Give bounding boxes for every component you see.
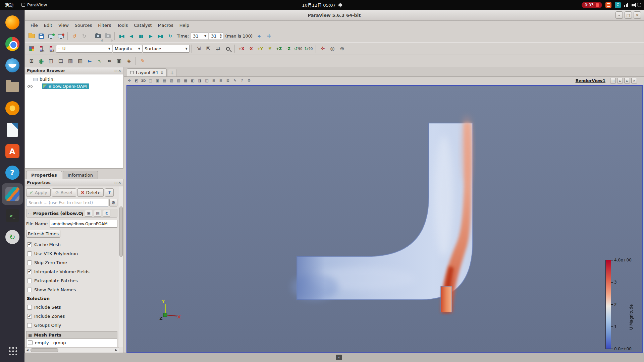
checkbox-skip-zero-time[interactable]: Skip Zero Time (26, 258, 117, 267)
separate-color-map-button[interactable]: 2 (46, 44, 56, 54)
camera-redo-button[interactable]: ↻ (103, 31, 112, 41)
frame-spinbox[interactable]: 31 (209, 32, 223, 40)
edit-color-map-button[interactable]: ✎ (37, 44, 46, 54)
contour-filter-button[interactable] (37, 56, 46, 66)
camera-plus-y-button[interactable]: +Y (256, 44, 265, 53)
pipeline-item-builtin[interactable]: builtin: (25, 76, 123, 83)
interactive-select-cells-icon[interactable] (190, 77, 196, 84)
rescale-to-data-button[interactable] (194, 44, 203, 54)
show-center-axes-button[interactable] (318, 44, 327, 54)
redo-button[interactable] (79, 31, 89, 41)
checkbox[interactable] (27, 251, 32, 256)
maximize-view-icon[interactable] (624, 78, 630, 83)
focused-app-menu[interactable]: ParaView (21, 2, 47, 7)
camera-minus-x-button[interactable]: -X (246, 44, 255, 53)
maximize-button[interactable] (625, 11, 632, 19)
volume-icon[interactable] (632, 4, 634, 6)
play-button[interactable] (146, 31, 155, 41)
select-block-icon[interactable] (182, 77, 189, 84)
dock-item-terminal[interactable]: >_ (2, 205, 23, 226)
help-button[interactable]: ? (105, 188, 114, 197)
dock-item-chrome[interactable] (2, 33, 23, 55)
clipped-button[interactable]: C (103, 210, 110, 217)
select-frustum-cells-icon[interactable] (154, 77, 161, 84)
extract-level-button[interactable] (124, 56, 133, 66)
close-panel-icon[interactable] (118, 69, 121, 73)
checkbox-extrapolate-patches[interactable]: Extrapolate Patches (26, 276, 117, 285)
extract-subset-button[interactable] (75, 56, 85, 66)
indicator-icon-orange[interactable] (605, 2, 611, 8)
dock-item-files[interactable] (2, 76, 23, 98)
color-array-combo[interactable]: U (56, 45, 112, 53)
previous-frame-button[interactable] (126, 31, 136, 41)
save-data-button[interactable] (37, 31, 46, 41)
render-view-title[interactable]: RenderView1 (576, 78, 605, 83)
time-value-combo[interactable]: 31 (191, 32, 208, 40)
reset-button[interactable]: Reset (52, 188, 76, 197)
menu-view[interactable]: View (55, 21, 72, 29)
menu-sources[interactable]: Sources (72, 21, 95, 29)
annotate-icon[interactable] (232, 77, 238, 84)
undo-button[interactable] (70, 31, 79, 41)
view-settings-gear-icon[interactable] (246, 77, 252, 84)
slice-filter-button[interactable] (56, 56, 65, 66)
checkbox[interactable] (27, 279, 32, 283)
camera-undo-button[interactable]: ↺ (93, 31, 103, 41)
help-mini-icon[interactable] (239, 77, 245, 84)
connect-server-button[interactable] (46, 31, 56, 41)
tab-information[interactable]: Information (63, 171, 98, 179)
open-file-button[interactable] (27, 31, 36, 41)
window-titlebar[interactable]: ParaView 5.6.3 64-bit (25, 10, 644, 21)
checkbox[interactable] (27, 323, 32, 328)
search-options-gear-icon[interactable] (109, 199, 117, 206)
legend-gradient-bar[interactable] (605, 260, 611, 349)
clear-selection-icon[interactable] (225, 77, 231, 84)
camera-plus-x-button[interactable]: +X (237, 44, 246, 53)
camera-minus-y-button[interactable]: -Y (265, 44, 274, 53)
first-frame-button[interactable] (117, 31, 126, 41)
toggle-color-legend-button[interactable] (27, 44, 36, 54)
hover-cells-icon[interactable] (204, 77, 210, 84)
mesh-part-item[interactable]: empty - group (26, 339, 117, 346)
menu-edit[interactable]: Edit (41, 21, 55, 29)
properties-group-header[interactable]: Properties (elbow.OpenFOAM) C (26, 209, 117, 218)
checkbox-include-zones[interactable]: Include Zones (26, 312, 117, 321)
show-applications-button[interactable] (2, 339, 23, 361)
reset-center-button[interactable] (328, 44, 337, 54)
loop-toggle-button[interactable] (165, 31, 175, 41)
last-frame-button[interactable] (156, 31, 165, 41)
menu-file[interactable]: File (28, 21, 41, 29)
dock-item-help[interactable]: ? (2, 162, 23, 183)
menu-help[interactable]: Help (176, 21, 193, 29)
split-horizontal-icon[interactable] (610, 78, 616, 83)
menu-catalyst[interactable]: Catalyst (131, 21, 155, 29)
layout-tab[interactable]: Layout #1 (127, 68, 167, 76)
checkbox[interactable] (27, 288, 32, 292)
interact-mode-icon[interactable] (126, 77, 132, 84)
pick-center-button[interactable] (337, 44, 347, 54)
checkbox-cache-mesh[interactable]: Cache Mesh (26, 240, 117, 249)
dock-item-rhythmbox[interactable] (2, 98, 23, 119)
warp-by-vector-button[interactable] (105, 56, 114, 66)
horizontal-scrollbar[interactable] (25, 347, 119, 353)
vertical-scrollbar[interactable] (119, 186, 123, 347)
calculator-filter-button[interactable] (27, 56, 36, 66)
stop-recording-button[interactable] (336, 355, 342, 360)
checkbox[interactable] (28, 340, 33, 345)
activities-button[interactable]: 活动 (5, 2, 13, 8)
checkbox-groups-only[interactable]: Groups Only (26, 321, 117, 330)
toggle-3d-icon[interactable] (140, 77, 147, 84)
screen-recording-badge[interactable]: 0:03 (582, 2, 602, 8)
select-polygon-cells-icon[interactable] (168, 77, 175, 84)
scrollbar-thumb[interactable] (119, 206, 123, 257)
clock[interactable]: 10月12日 05:07 (302, 2, 336, 8)
checkbox-use-vtk-polyhedron[interactable]: Use VTK Polyhedron (26, 249, 117, 258)
checkbox[interactable] (27, 269, 32, 274)
menu-filters[interactable]: Filters (95, 21, 114, 29)
disconnect-server-button[interactable] (56, 31, 65, 41)
pipeline-item-source[interactable]: elbow.OpenFOAM (25, 83, 123, 90)
pause-button[interactable] (136, 31, 146, 41)
checkbox[interactable] (27, 260, 32, 265)
add-layout-tab-button[interactable]: + (168, 69, 176, 76)
interactive-select-points-icon[interactable] (197, 77, 203, 84)
